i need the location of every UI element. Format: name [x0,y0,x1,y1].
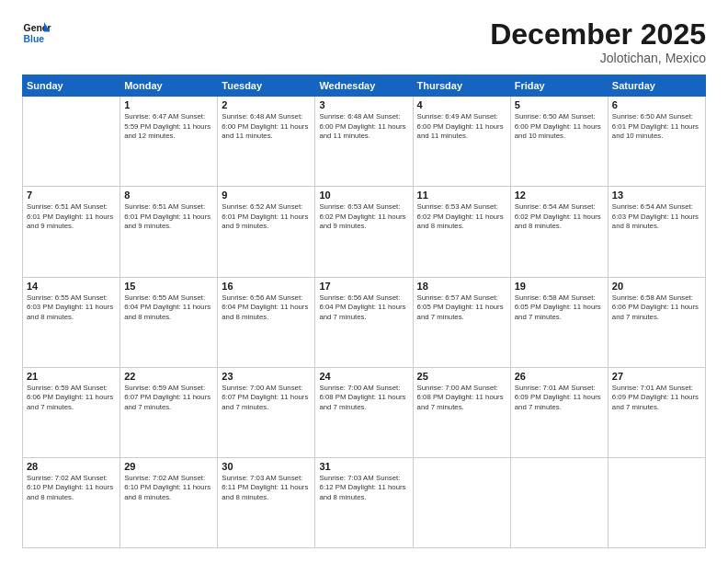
day-number: 5 [515,99,604,110]
week-row-0: 1Sunrise: 6:47 AM Sunset: 5:59 PM Daylig… [23,97,706,187]
day-cell: 9Sunrise: 6:52 AM Sunset: 6:01 PM Daylig… [218,187,315,277]
day-cell: 21Sunrise: 6:59 AM Sunset: 6:06 PM Dayli… [23,367,120,457]
col-wednesday: Wednesday [315,75,413,97]
day-number: 29 [124,461,213,472]
day-info: Sunrise: 6:47 AM Sunset: 5:59 PM Dayligh… [124,112,213,142]
day-number: 23 [222,371,311,382]
day-number: 7 [27,190,116,201]
month-title: December 2025 [490,18,706,51]
col-tuesday: Tuesday [218,75,315,97]
col-saturday: Saturday [608,75,705,97]
svg-text:Blue: Blue [24,34,45,44]
day-cell: 25Sunrise: 7:00 AM Sunset: 6:08 PM Dayli… [413,367,510,457]
day-info: Sunrise: 7:03 AM Sunset: 6:11 PM Dayligh… [222,474,311,503]
calendar-header-row: Sunday Monday Tuesday Wednesday Thursday… [23,75,706,97]
day-cell: 20Sunrise: 6:58 AM Sunset: 6:06 PM Dayli… [608,277,705,367]
day-info: Sunrise: 6:54 AM Sunset: 6:02 PM Dayligh… [515,202,604,232]
col-thursday: Thursday [413,75,510,97]
day-info: Sunrise: 6:50 AM Sunset: 6:00 PM Dayligh… [515,112,604,142]
day-number: 13 [612,190,701,201]
day-info: Sunrise: 6:59 AM Sunset: 6:06 PM Dayligh… [27,384,116,413]
calendar-body: 1Sunrise: 6:47 AM Sunset: 5:59 PM Daylig… [23,97,706,548]
day-cell: 31Sunrise: 7:03 AM Sunset: 6:12 PM Dayli… [315,457,413,547]
day-cell: 22Sunrise: 6:59 AM Sunset: 6:07 PM Dayli… [120,367,218,457]
day-cell [510,457,608,547]
day-cell: 13Sunrise: 6:54 AM Sunset: 6:03 PM Dayli… [608,187,705,277]
day-info: Sunrise: 7:01 AM Sunset: 6:09 PM Dayligh… [612,384,701,413]
day-number: 6 [612,99,701,110]
day-cell: 28Sunrise: 7:02 AM Sunset: 6:10 PM Dayli… [23,457,120,547]
day-number: 31 [319,461,408,472]
day-number: 10 [319,190,408,201]
day-number: 1 [124,99,213,110]
day-info: Sunrise: 6:50 AM Sunset: 6:01 PM Dayligh… [612,112,701,142]
day-info: Sunrise: 6:51 AM Sunset: 6:01 PM Dayligh… [124,202,213,232]
day-number: 17 [319,281,408,292]
day-info: Sunrise: 6:53 AM Sunset: 6:02 PM Dayligh… [319,202,408,232]
day-cell: 8Sunrise: 6:51 AM Sunset: 6:01 PM Daylig… [120,187,218,277]
day-number: 9 [222,190,311,201]
day-cell: 29Sunrise: 7:02 AM Sunset: 6:10 PM Dayli… [120,457,218,547]
day-number: 4 [417,99,506,110]
day-number: 8 [124,190,213,201]
day-cell: 1Sunrise: 6:47 AM Sunset: 5:59 PM Daylig… [120,97,218,187]
day-number: 27 [612,371,701,382]
day-number: 30 [222,461,311,472]
day-info: Sunrise: 7:03 AM Sunset: 6:12 PM Dayligh… [319,474,408,503]
day-info: Sunrise: 7:00 AM Sunset: 6:07 PM Dayligh… [222,384,311,413]
week-row-1: 7Sunrise: 6:51 AM Sunset: 6:01 PM Daylig… [23,187,706,277]
day-number: 15 [124,281,213,292]
day-info: Sunrise: 6:59 AM Sunset: 6:07 PM Dayligh… [124,384,213,413]
calendar-table: Sunday Monday Tuesday Wednesday Thursday… [22,75,706,548]
day-cell: 2Sunrise: 6:48 AM Sunset: 6:00 PM Daylig… [218,97,315,187]
day-info: Sunrise: 6:55 AM Sunset: 6:04 PM Dayligh… [124,293,213,323]
day-cell: 16Sunrise: 6:56 AM Sunset: 6:04 PM Dayli… [218,277,315,367]
week-row-4: 28Sunrise: 7:02 AM Sunset: 6:10 PM Dayli… [23,457,706,547]
day-info: Sunrise: 6:51 AM Sunset: 6:01 PM Dayligh… [27,202,116,232]
day-number: 2 [222,99,311,110]
day-number: 11 [417,190,506,201]
day-cell: 4Sunrise: 6:49 AM Sunset: 6:00 PM Daylig… [413,97,510,187]
day-cell: 19Sunrise: 6:58 AM Sunset: 6:05 PM Dayli… [510,277,608,367]
day-info: Sunrise: 7:01 AM Sunset: 6:09 PM Dayligh… [515,384,604,413]
day-info: Sunrise: 6:56 AM Sunset: 6:04 PM Dayligh… [319,293,408,323]
col-friday: Friday [510,75,608,97]
day-cell: 3Sunrise: 6:48 AM Sunset: 6:00 PM Daylig… [315,97,413,187]
day-info: Sunrise: 6:58 AM Sunset: 6:06 PM Dayligh… [612,293,701,323]
day-number: 12 [515,190,604,201]
day-info: Sunrise: 7:02 AM Sunset: 6:10 PM Dayligh… [124,474,213,503]
title-block: December 2025 Jolotichan, Mexico [490,18,706,65]
day-number: 26 [515,371,604,382]
day-info: Sunrise: 6:54 AM Sunset: 6:03 PM Dayligh… [612,202,701,232]
day-info: Sunrise: 6:56 AM Sunset: 6:04 PM Dayligh… [222,293,311,323]
day-info: Sunrise: 6:49 AM Sunset: 6:00 PM Dayligh… [417,112,506,142]
day-cell [413,457,510,547]
week-row-3: 21Sunrise: 6:59 AM Sunset: 6:06 PM Dayli… [23,367,706,457]
day-info: Sunrise: 6:53 AM Sunset: 6:02 PM Dayligh… [417,202,506,232]
day-cell: 30Sunrise: 7:03 AM Sunset: 6:11 PM Dayli… [218,457,315,547]
day-cell: 15Sunrise: 6:55 AM Sunset: 6:04 PM Dayli… [120,277,218,367]
day-number: 20 [612,281,701,292]
day-cell: 27Sunrise: 7:01 AM Sunset: 6:09 PM Dayli… [608,367,705,457]
day-info: Sunrise: 6:52 AM Sunset: 6:01 PM Dayligh… [222,202,311,232]
day-number: 24 [319,371,408,382]
day-number: 21 [27,371,116,382]
day-info: Sunrise: 6:48 AM Sunset: 6:00 PM Dayligh… [319,112,408,142]
day-cell: 18Sunrise: 6:57 AM Sunset: 6:05 PM Dayli… [413,277,510,367]
day-info: Sunrise: 6:48 AM Sunset: 6:00 PM Dayligh… [222,112,311,142]
day-cell: 11Sunrise: 6:53 AM Sunset: 6:02 PM Dayli… [413,187,510,277]
day-cell [23,97,120,187]
logo-icon: General Blue [22,18,51,48]
day-number: 25 [417,371,506,382]
week-row-2: 14Sunrise: 6:55 AM Sunset: 6:03 PM Dayli… [23,277,706,367]
col-monday: Monday [120,75,218,97]
col-sunday: Sunday [23,75,120,97]
day-info: Sunrise: 6:57 AM Sunset: 6:05 PM Dayligh… [417,293,506,323]
location: Jolotichan, Mexico [490,51,706,65]
page: General Blue December 2025 Jolotichan, M… [0,0,728,563]
day-cell: 6Sunrise: 6:50 AM Sunset: 6:01 PM Daylig… [608,97,705,187]
day-number: 28 [27,461,116,472]
day-number: 18 [417,281,506,292]
day-info: Sunrise: 7:00 AM Sunset: 6:08 PM Dayligh… [417,384,506,413]
day-cell: 7Sunrise: 6:51 AM Sunset: 6:01 PM Daylig… [23,187,120,277]
